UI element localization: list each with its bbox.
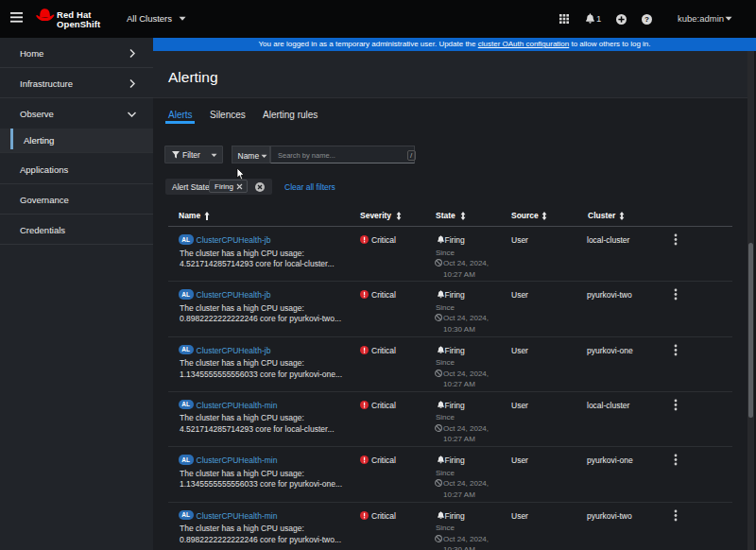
svg-text:?: ? — [644, 15, 649, 24]
